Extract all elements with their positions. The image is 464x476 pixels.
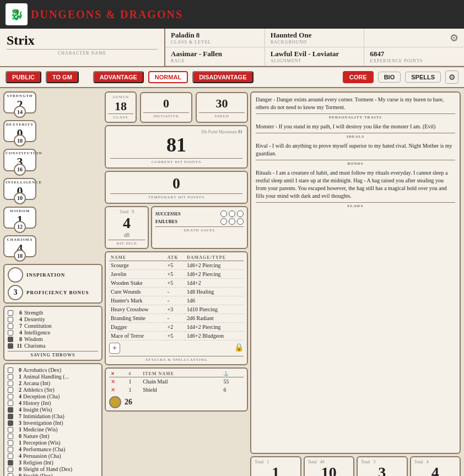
skill-nature: 0 Nature (Int) — [8, 433, 98, 439]
skill-stealth-check[interactable] — [8, 473, 13, 476]
failure-bubble-1[interactable] — [220, 218, 227, 225]
skill-investigation-val: 3 — [15, 420, 21, 426]
skill-perception-check[interactable] — [8, 440, 13, 446]
skill-acrobatics-name: Acrobatics (Dex) — [23, 367, 61, 373]
lock-icon[interactable]: 🔒 — [234, 343, 244, 352]
skill-persuasion-val: 4 — [15, 453, 21, 459]
healing-hands-box: Total 3 3 Healing Hands — [357, 456, 408, 476]
attack-atk: - — [166, 296, 185, 305]
tab-disadvantage[interactable]: DISADVANTAGE — [192, 71, 253, 83]
skill-history-check[interactable] — [8, 401, 13, 406]
skill-deception-check[interactable] — [8, 394, 13, 399]
skill-acrobatics-check[interactable] — [8, 367, 13, 373]
equip-wt: 6 — [222, 386, 244, 394]
success-bubbles — [220, 210, 244, 217]
success-bubble-3[interactable] — [237, 210, 244, 217]
attack-damage: 1d6+2 Piercing — [185, 270, 244, 279]
tab-public[interactable]: PUBLIC — [6, 71, 41, 83]
ability-strength: STRENGTH 2 14 — [3, 91, 102, 113]
tab-bio[interactable]: BIO — [378, 72, 401, 83]
initiative-label: INITIATIVE — [143, 112, 189, 118]
skill-investigation: 3 Investigation (Int) — [8, 420, 98, 426]
tab-spells[interactable]: SPELLS — [405, 72, 441, 83]
skill-perception-val: 1 — [15, 440, 21, 446]
skill-investigation-check[interactable] — [8, 420, 13, 426]
equip-delete[interactable]: ✕ — [109, 386, 127, 394]
throw-constitution-check[interactable] — [8, 323, 13, 329]
throw-strength-check[interactable] — [8, 310, 13, 316]
skill-intimidation-check[interactable] — [8, 414, 13, 419]
throw-constitution-val: 7 — [15, 323, 22, 329]
xp-label: EXPERIENCE POINTS — [370, 58, 458, 63]
equip-row: ✕ 1 Shield 6 — [109, 386, 244, 394]
character-name-box: Strix CHARACTER NAME — [0, 29, 165, 66]
success-bubble-1[interactable] — [220, 210, 227, 217]
gear-icon[interactable]: ⚙ — [450, 32, 458, 44]
attack-name: Mace of Terror — [109, 332, 166, 340]
skill-history: 4 History (Int) — [8, 400, 98, 406]
skill-nature-check[interactable] — [8, 434, 13, 439]
equip-delete[interactable]: ✕ — [109, 377, 127, 386]
ability-wisdom: WISDOM 1 12 — [3, 207, 102, 229]
skill-arcana-val: 2 — [15, 380, 21, 386]
charisma-box: CHARISMA 4 18 — [3, 235, 36, 257]
attack-row: Mace of Terror +5 1d6+2 Bludgeon — [109, 332, 244, 340]
skill-persuasion-check[interactable] — [8, 453, 13, 459]
attack-damage: 1d6+2 Piercing — [185, 261, 244, 270]
attack-atk: +5 — [166, 332, 185, 340]
skills-list: 0 Acrobatics (Dex) 1 Animal Handling (..… — [8, 367, 98, 476]
proficiency-label: PROFICIENCY BONUS — [26, 290, 89, 295]
throw-wisdom: 8 Wisdom — [8, 336, 98, 342]
throw-dexterity-val: 4 — [15, 316, 22, 322]
race-value: Aasimar - Fallen — [171, 50, 259, 58]
failure-bubble-2[interactable] — [229, 218, 235, 225]
skill-arcana-name: Arcana (Int) — [23, 380, 50, 386]
attack-damage: 2d6 Radiant — [185, 314, 244, 323]
title-text-2: DRAGONS — [116, 8, 183, 20]
tab-core[interactable]: CORE — [343, 71, 374, 83]
attack-name: Cure Wounds — [109, 288, 166, 296]
skill-animal-check[interactable] — [8, 374, 13, 380]
skill-sleight-check[interactable] — [8, 467, 13, 472]
add-attack-button[interactable]: + — [109, 343, 120, 354]
flaws-label: FLAWS — [256, 202, 455, 208]
tab-settings-button[interactable]: ⚙ — [445, 71, 458, 84]
attack-row: Dagger +2 1d4+2 Piercing — [109, 323, 244, 332]
tab-to-gm[interactable]: TO GM — [46, 71, 79, 83]
skill-sleight-name: Sleight of Hand (Dex) — [23, 466, 72, 472]
tab-advantage[interactable]: ADVANTAGE — [93, 71, 144, 83]
skill-perception: 1 Perception (Wis) — [8, 440, 98, 446]
throw-dexterity-check[interactable] — [8, 317, 13, 322]
attack-atk: +5 — [166, 261, 185, 270]
skill-medicine-check[interactable] — [8, 427, 13, 432]
attack-name: Heavy Crossbow — [109, 305, 166, 314]
attack-name: Wooden Stake — [109, 279, 166, 288]
failures-label: FAILURES — [155, 219, 177, 224]
failure-bubble-3[interactable] — [237, 218, 244, 225]
throw-intelligence-check[interactable] — [8, 330, 13, 336]
hit-dice-value: 4 — [108, 214, 145, 232]
attack-row: Hunter's Mark - 1d6 — [109, 296, 244, 305]
abilities-list: STRENGTH 2 14 DEXTERITY 0 10 CONSTITUTIO… — [3, 91, 102, 258]
skill-performance-check[interactable] — [8, 447, 13, 452]
equipment-table: ✕ # ITEM NAME ⚓ ✕ 1 Chain Mail 55 ✕ — [109, 371, 244, 394]
proficiency-row: 3 PROFICIENCY BONUS — [8, 285, 98, 300]
skill-religion-check[interactable] — [8, 460, 13, 466]
success-bubble-2[interactable] — [229, 210, 235, 217]
skill-athletics-check[interactable] — [8, 387, 13, 393]
throw-wisdom-val: 8 — [15, 336, 22, 342]
tab-normal[interactable]: NORMAL — [148, 71, 188, 83]
skill-insight-check[interactable] — [8, 407, 13, 413]
armor-class-label: CLASS — [108, 113, 133, 120]
throw-strength-name: Strength — [24, 310, 43, 316]
throw-wisdom-check[interactable] — [8, 337, 13, 342]
personality-text: Danger - Danger exists around every corn… — [256, 96, 455, 111]
throw-charisma-check[interactable] — [8, 343, 13, 349]
throw-constitution: 7 Constitution — [8, 323, 98, 329]
equip-name: Shield — [141, 386, 222, 394]
skill-sleight-val: 0 — [15, 466, 21, 472]
skill-arcana-check[interactable] — [8, 381, 13, 386]
xp-cell: 6847 EXPERIENCE POINTS — [364, 47, 464, 66]
skill-performance-name: Performance (Cha) — [23, 446, 65, 452]
attack-row: Cure Wounds - 1d8 Healing — [109, 288, 244, 296]
